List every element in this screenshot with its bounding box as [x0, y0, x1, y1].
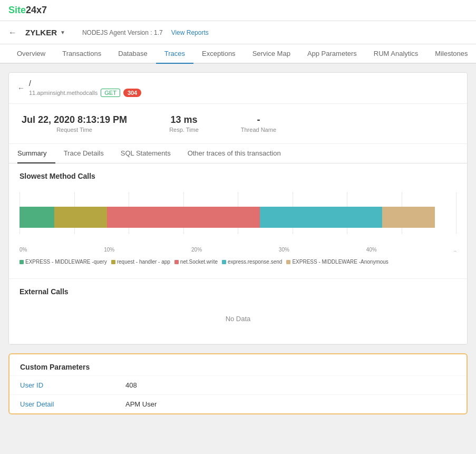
legend-label-0: EXPRESS - MIDDLEWARE -query [25, 259, 107, 265]
tab-app-parameters[interactable]: App Parameters [299, 44, 365, 64]
app-selector[interactable]: ZYLKER ▼ [25, 28, 65, 37]
breadcrumb-bar: ← / 11.apminsight.methodcalls GET 304 [9, 73, 467, 104]
param-key-0: User ID [20, 381, 125, 389]
custom-params-title: Custom Parameters [9, 354, 467, 375]
legend-item-1: request - handler - app [111, 259, 170, 265]
bar-segment-1 [54, 207, 106, 228]
method-badge: GET [101, 89, 120, 97]
x-label-1: 10% [104, 247, 114, 253]
x-label-5: .. [453, 247, 456, 253]
legend-item-2: net.Socket.write [174, 259, 218, 265]
x-label-4: 40% [366, 247, 377, 253]
custom-params-panel: Custom Parameters User ID 408 User Detai… [8, 353, 468, 414]
legend-label-3: express.response.send [228, 259, 282, 265]
detail-tabs: Summary Trace Details SQL Statements Oth… [9, 144, 467, 163]
view-reports-link[interactable]: View Reports [171, 29, 209, 36]
request-time-value: Jul 22, 2020 8:13:19 PM [22, 114, 127, 125]
breadcrumb-sub: 11.apminsight.methodcalls [29, 90, 98, 96]
info-row: Jul 22, 2020 8:13:19 PM Request Time 13 … [9, 104, 467, 144]
tab-milestones[interactable]: Milestones [426, 44, 476, 64]
param-key-1: User Detail [20, 400, 125, 408]
thread-name-value: - [241, 114, 276, 125]
tab-transactions[interactable]: Transactions [54, 44, 110, 64]
request-time-label: Request Time [22, 127, 127, 133]
app-name: ZYLKER [25, 28, 57, 37]
nav-tabs: Overview Transactions Database Traces Ex… [0, 44, 476, 64]
dropdown-arrow-icon[interactable]: ▼ [60, 30, 65, 35]
legend-item-4: EXPRESS - MIDDLEWARE -Anonymous [286, 259, 388, 265]
main-content: ← / 11.apminsight.methodcalls GET 304 Ju… [8, 72, 468, 345]
legend-dot-4 [286, 260, 290, 264]
resp-time-value: 13 ms [169, 114, 199, 125]
legend-item-3: express.response.send [222, 259, 282, 265]
tab-overview[interactable]: Overview [8, 44, 54, 64]
external-calls-section: External Calls No Data [9, 279, 467, 344]
chart-legend: EXPRESS - MIDDLEWARE -query request - ha… [20, 259, 456, 265]
x-axis: 0% 10% 20% 30% 40% .. [20, 247, 456, 256]
bar-segment-2 [107, 207, 260, 228]
param-row-1: User Detail APM User [9, 394, 467, 413]
external-calls-no-data: No Data [20, 302, 456, 335]
slowest-methods-section: Slowest Method Calls [9, 163, 467, 279]
bar-segment-4 [382, 207, 434, 228]
chart-container: 0% 10% 20% 30% 40% .. EXPRESS - MIDDLEWA… [20, 187, 456, 270]
external-calls-title: External Calls [20, 287, 456, 296]
legend-dot-0 [20, 260, 24, 264]
status-badge: 304 [123, 89, 141, 97]
request-time-item: Jul 22, 2020 8:13:19 PM Request Time [22, 114, 127, 133]
breadcrumb-info: / 11.apminsight.methodcalls GET 304 [29, 79, 141, 97]
breadcrumb-path-text: / [29, 79, 31, 88]
x-label-3: 30% [279, 247, 289, 253]
tab-rum-analytics[interactable]: RUM Analytics [365, 44, 427, 64]
legend-label-4: EXPRESS - MIDDLEWARE -Anonymous [292, 259, 388, 265]
legend-label-1: request - handler - app [117, 259, 170, 265]
param-value-1: APM User [125, 400, 157, 408]
x-label-0: 0% [20, 247, 27, 253]
bar-segment-3 [260, 207, 382, 228]
back-arrow-icon[interactable]: ← [8, 28, 17, 37]
stacked-bar [20, 207, 456, 228]
param-row-0: User ID 408 [9, 375, 467, 394]
detail-tab-summary[interactable]: Summary [17, 144, 55, 163]
breadcrumb-back-icon[interactable]: ← [17, 84, 25, 92]
tab-traces[interactable]: Traces [156, 44, 193, 64]
thread-name-item: - Thread Name [241, 114, 276, 133]
logo-rest: 24x7 [26, 5, 47, 15]
legend-label-2: net.Socket.write [180, 259, 218, 265]
breadcrumb-path: / [29, 79, 141, 88]
legend-dot-1 [111, 260, 115, 264]
resp-time-item: 13 ms Resp. Time [169, 114, 199, 133]
tab-service-map[interactable]: Service Map [244, 44, 299, 64]
slowest-methods-title: Slowest Method Calls [20, 172, 456, 180]
param-value-0: 408 [125, 381, 137, 389]
logo: Site24x7 [8, 5, 47, 16]
bar-segment-0 [20, 207, 54, 228]
sub-header: ← ZYLKER ▼ NODEJS Agent Version : 1.7 Vi… [0, 21, 476, 44]
legend-dot-3 [222, 260, 226, 264]
legend-dot-2 [174, 260, 179, 264]
agent-info: NODEJS Agent Version : 1.7 [82, 29, 163, 36]
detail-tab-trace-details[interactable]: Trace Details [55, 144, 112, 163]
tab-exceptions[interactable]: Exceptions [193, 44, 244, 64]
resp-time-label: Resp. Time [169, 127, 199, 133]
detail-tab-other-traces[interactable]: Other traces of this transaction [179, 144, 289, 163]
x-label-2: 20% [191, 247, 202, 253]
detail-tab-sql-statements[interactable]: SQL Statements [112, 144, 179, 163]
top-bar: Site24x7 [0, 0, 476, 21]
logo-site: Site [8, 5, 26, 15]
legend-item-0: EXPRESS - MIDDLEWARE -query [20, 259, 107, 265]
tab-database[interactable]: Database [110, 44, 156, 64]
thread-name-label: Thread Name [241, 127, 276, 133]
